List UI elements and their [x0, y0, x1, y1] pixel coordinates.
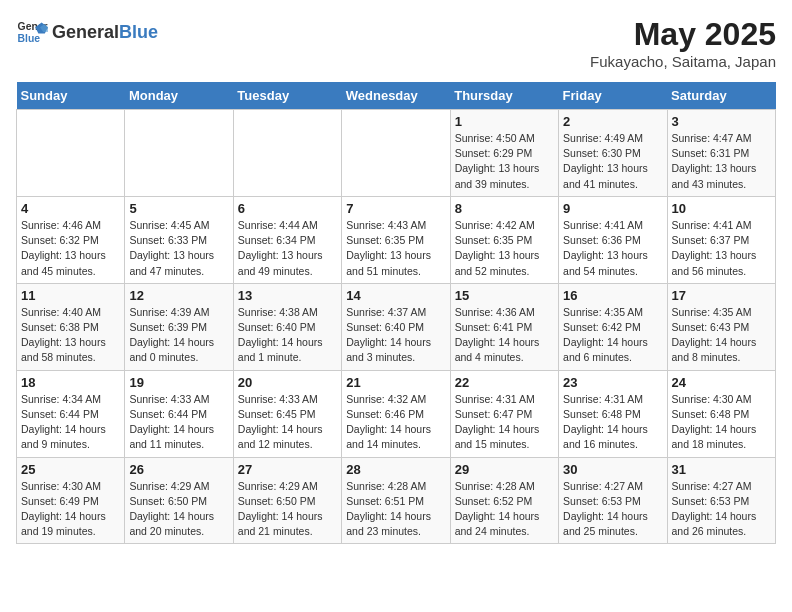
- day-info: Sunrise: 4:42 AMSunset: 6:35 PMDaylight:…: [455, 218, 554, 279]
- calendar-subtitle: Fukayacho, Saitama, Japan: [590, 53, 776, 70]
- day-number: 9: [563, 201, 662, 216]
- day-number: 8: [455, 201, 554, 216]
- calendar-cell: 23Sunrise: 4:31 AMSunset: 6:48 PMDayligh…: [559, 370, 667, 457]
- day-number: 24: [672, 375, 771, 390]
- weekday-header-saturday: Saturday: [667, 82, 775, 110]
- calendar-cell: 5Sunrise: 4:45 AMSunset: 6:33 PMDaylight…: [125, 196, 233, 283]
- calendar-cell: 2Sunrise: 4:49 AMSunset: 6:30 PMDaylight…: [559, 110, 667, 197]
- day-info: Sunrise: 4:28 AMSunset: 6:52 PMDaylight:…: [455, 479, 554, 540]
- day-info: Sunrise: 4:41 AMSunset: 6:36 PMDaylight:…: [563, 218, 662, 279]
- day-info: Sunrise: 4:41 AMSunset: 6:37 PMDaylight:…: [672, 218, 771, 279]
- day-number: 19: [129, 375, 228, 390]
- calendar-cell: 27Sunrise: 4:29 AMSunset: 6:50 PMDayligh…: [233, 457, 341, 544]
- calendar-cell: 16Sunrise: 4:35 AMSunset: 6:42 PMDayligh…: [559, 283, 667, 370]
- day-info: Sunrise: 4:30 AMSunset: 6:49 PMDaylight:…: [21, 479, 120, 540]
- day-number: 4: [21, 201, 120, 216]
- day-info: Sunrise: 4:37 AMSunset: 6:40 PMDaylight:…: [346, 305, 445, 366]
- weekday-header-row: SundayMondayTuesdayWednesdayThursdayFrid…: [17, 82, 776, 110]
- calendar-cell: 26Sunrise: 4:29 AMSunset: 6:50 PMDayligh…: [125, 457, 233, 544]
- day-number: 25: [21, 462, 120, 477]
- calendar-cell: [233, 110, 341, 197]
- day-number: 3: [672, 114, 771, 129]
- day-number: 12: [129, 288, 228, 303]
- weekday-header-wednesday: Wednesday: [342, 82, 450, 110]
- calendar-cell: 22Sunrise: 4:31 AMSunset: 6:47 PMDayligh…: [450, 370, 558, 457]
- calendar-week-row: 25Sunrise: 4:30 AMSunset: 6:49 PMDayligh…: [17, 457, 776, 544]
- day-info: Sunrise: 4:33 AMSunset: 6:44 PMDaylight:…: [129, 392, 228, 453]
- weekday-header-tuesday: Tuesday: [233, 82, 341, 110]
- day-number: 15: [455, 288, 554, 303]
- calendar-title: May 2025: [590, 16, 776, 53]
- day-number: 2: [563, 114, 662, 129]
- calendar-cell: 7Sunrise: 4:43 AMSunset: 6:35 PMDaylight…: [342, 196, 450, 283]
- calendar-cell: [342, 110, 450, 197]
- calendar-week-row: 18Sunrise: 4:34 AMSunset: 6:44 PMDayligh…: [17, 370, 776, 457]
- day-number: 31: [672, 462, 771, 477]
- day-info: Sunrise: 4:30 AMSunset: 6:48 PMDaylight:…: [672, 392, 771, 453]
- page-header: General Blue GeneralBlue May 2025 Fukaya…: [16, 16, 776, 70]
- calendar-cell: 29Sunrise: 4:28 AMSunset: 6:52 PMDayligh…: [450, 457, 558, 544]
- day-info: Sunrise: 4:47 AMSunset: 6:31 PMDaylight:…: [672, 131, 771, 192]
- day-number: 10: [672, 201, 771, 216]
- calendar-cell: 14Sunrise: 4:37 AMSunset: 6:40 PMDayligh…: [342, 283, 450, 370]
- calendar-week-row: 1Sunrise: 4:50 AMSunset: 6:29 PMDaylight…: [17, 110, 776, 197]
- calendar-cell: 17Sunrise: 4:35 AMSunset: 6:43 PMDayligh…: [667, 283, 775, 370]
- day-info: Sunrise: 4:29 AMSunset: 6:50 PMDaylight:…: [238, 479, 337, 540]
- day-info: Sunrise: 4:46 AMSunset: 6:32 PMDaylight:…: [21, 218, 120, 279]
- day-info: Sunrise: 4:28 AMSunset: 6:51 PMDaylight:…: [346, 479, 445, 540]
- calendar-cell: 6Sunrise: 4:44 AMSunset: 6:34 PMDaylight…: [233, 196, 341, 283]
- day-number: 1: [455, 114, 554, 129]
- title-block: May 2025 Fukayacho, Saitama, Japan: [590, 16, 776, 70]
- calendar-table: SundayMondayTuesdayWednesdayThursdayFrid…: [16, 82, 776, 544]
- calendar-cell: 25Sunrise: 4:30 AMSunset: 6:49 PMDayligh…: [17, 457, 125, 544]
- day-info: Sunrise: 4:49 AMSunset: 6:30 PMDaylight:…: [563, 131, 662, 192]
- day-number: 18: [21, 375, 120, 390]
- calendar-cell: 10Sunrise: 4:41 AMSunset: 6:37 PMDayligh…: [667, 196, 775, 283]
- day-info: Sunrise: 4:40 AMSunset: 6:38 PMDaylight:…: [21, 305, 120, 366]
- calendar-cell: 19Sunrise: 4:33 AMSunset: 6:44 PMDayligh…: [125, 370, 233, 457]
- day-info: Sunrise: 4:39 AMSunset: 6:39 PMDaylight:…: [129, 305, 228, 366]
- day-info: Sunrise: 4:27 AMSunset: 6:53 PMDaylight:…: [672, 479, 771, 540]
- day-info: Sunrise: 4:27 AMSunset: 6:53 PMDaylight:…: [563, 479, 662, 540]
- calendar-cell: 15Sunrise: 4:36 AMSunset: 6:41 PMDayligh…: [450, 283, 558, 370]
- day-number: 27: [238, 462, 337, 477]
- day-number: 21: [346, 375, 445, 390]
- day-number: 11: [21, 288, 120, 303]
- day-info: Sunrise: 4:38 AMSunset: 6:40 PMDaylight:…: [238, 305, 337, 366]
- calendar-cell: 28Sunrise: 4:28 AMSunset: 6:51 PMDayligh…: [342, 457, 450, 544]
- calendar-cell: 1Sunrise: 4:50 AMSunset: 6:29 PMDaylight…: [450, 110, 558, 197]
- day-number: 28: [346, 462, 445, 477]
- calendar-cell: 12Sunrise: 4:39 AMSunset: 6:39 PMDayligh…: [125, 283, 233, 370]
- calendar-cell: 30Sunrise: 4:27 AMSunset: 6:53 PMDayligh…: [559, 457, 667, 544]
- day-info: Sunrise: 4:50 AMSunset: 6:29 PMDaylight:…: [455, 131, 554, 192]
- calendar-week-row: 4Sunrise: 4:46 AMSunset: 6:32 PMDaylight…: [17, 196, 776, 283]
- day-number: 16: [563, 288, 662, 303]
- day-number: 14: [346, 288, 445, 303]
- day-info: Sunrise: 4:35 AMSunset: 6:42 PMDaylight:…: [563, 305, 662, 366]
- day-number: 22: [455, 375, 554, 390]
- calendar-cell: 20Sunrise: 4:33 AMSunset: 6:45 PMDayligh…: [233, 370, 341, 457]
- day-info: Sunrise: 4:31 AMSunset: 6:48 PMDaylight:…: [563, 392, 662, 453]
- calendar-cell: [17, 110, 125, 197]
- calendar-cell: 3Sunrise: 4:47 AMSunset: 6:31 PMDaylight…: [667, 110, 775, 197]
- calendar-cell: 9Sunrise: 4:41 AMSunset: 6:36 PMDaylight…: [559, 196, 667, 283]
- day-info: Sunrise: 4:31 AMSunset: 6:47 PMDaylight:…: [455, 392, 554, 453]
- day-info: Sunrise: 4:34 AMSunset: 6:44 PMDaylight:…: [21, 392, 120, 453]
- day-info: Sunrise: 4:32 AMSunset: 6:46 PMDaylight:…: [346, 392, 445, 453]
- weekday-header-thursday: Thursday: [450, 82, 558, 110]
- day-number: 23: [563, 375, 662, 390]
- day-number: 6: [238, 201, 337, 216]
- calendar-cell: [125, 110, 233, 197]
- day-info: Sunrise: 4:33 AMSunset: 6:45 PMDaylight:…: [238, 392, 337, 453]
- calendar-cell: 24Sunrise: 4:30 AMSunset: 6:48 PMDayligh…: [667, 370, 775, 457]
- day-info: Sunrise: 4:43 AMSunset: 6:35 PMDaylight:…: [346, 218, 445, 279]
- svg-text:Blue: Blue: [18, 33, 41, 44]
- day-info: Sunrise: 4:35 AMSunset: 6:43 PMDaylight:…: [672, 305, 771, 366]
- day-info: Sunrise: 4:29 AMSunset: 6:50 PMDaylight:…: [129, 479, 228, 540]
- weekday-header-friday: Friday: [559, 82, 667, 110]
- calendar-cell: 31Sunrise: 4:27 AMSunset: 6:53 PMDayligh…: [667, 457, 775, 544]
- day-number: 13: [238, 288, 337, 303]
- calendar-cell: 11Sunrise: 4:40 AMSunset: 6:38 PMDayligh…: [17, 283, 125, 370]
- calendar-cell: 13Sunrise: 4:38 AMSunset: 6:40 PMDayligh…: [233, 283, 341, 370]
- calendar-cell: 21Sunrise: 4:32 AMSunset: 6:46 PMDayligh…: [342, 370, 450, 457]
